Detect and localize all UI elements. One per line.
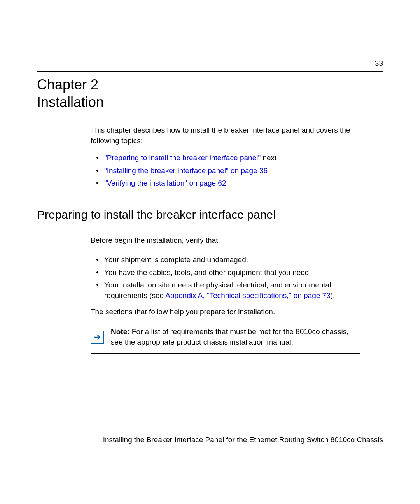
note-text: Note: For a list of requirements that mu… (111, 327, 360, 347)
note-block: ➔ Note: For a list of requirements that … (91, 327, 360, 347)
list-item-text: Your shipment is complete and undamaged. (104, 255, 360, 265)
list-item: • You have the cables, tools, and other … (91, 268, 360, 278)
header-rule (37, 71, 383, 72)
bullet-icon: • (91, 268, 104, 278)
bullet-icon: • (91, 166, 104, 176)
bullet-icon: • (91, 255, 104, 265)
list-item: • Your shipment is complete and undamage… (91, 255, 360, 265)
bullet-icon: • (91, 178, 104, 189)
bullet-icon: • (91, 153, 104, 163)
post-list-paragraph: The sections that follow help you prepar… (91, 308, 275, 316)
list-item-text: Your installation site meets the physica… (104, 280, 360, 301)
topic-link[interactable]: "Preparing to install the breaker interf… (104, 154, 261, 162)
topic-suffix: next (261, 154, 276, 162)
note-rule-top (91, 322, 360, 322)
list-item: • "Verifying the installation" on page 6… (91, 178, 360, 189)
section-intro: Before begin the installation, verify th… (91, 236, 220, 245)
page-number: 33 (375, 59, 383, 68)
chapter-heading: Chapter 2 Installation (37, 76, 104, 111)
list-item-suffix: ). (331, 291, 335, 299)
arrow-right-icon: ➔ (91, 331, 104, 344)
section-heading: Preparing to install the breaker interfa… (37, 208, 276, 221)
footer-rule (37, 432, 383, 432)
note-icon-wrap: ➔ (91, 331, 111, 344)
note-body: For a list of requirements that must be … (111, 327, 348, 346)
chapter-label: Chapter 2 (37, 77, 98, 93)
footer-text: Installing the Breaker Interface Panel f… (37, 436, 383, 444)
check-list: • Your shipment is complete and undamage… (91, 255, 360, 303)
note-label: Note: (111, 327, 130, 336)
topics-list: • "Preparing to install the breaker inte… (91, 153, 360, 191)
list-item-text: "Preparing to install the breaker interf… (104, 153, 276, 163)
document-page: 33 Chapter 2 Installation This chapter d… (0, 0, 420, 504)
list-item: • Your installation site meets the physi… (91, 280, 360, 301)
list-item: • "Preparing to install the breaker inte… (91, 153, 360, 163)
list-item-text: You have the cables, tools, and other eq… (104, 268, 360, 278)
topic-link[interactable]: "Verifying the installation" on page 62 (104, 178, 226, 189)
bullet-icon: • (91, 280, 104, 290)
appendix-link[interactable]: Appendix A, "Technical specifications," … (165, 291, 330, 299)
note-rule-bottom (91, 353, 360, 354)
intro-paragraph: This chapter describes how to install th… (91, 125, 360, 146)
chapter-title: Installation (37, 94, 104, 110)
list-item: • "Installing the breaker interface pane… (91, 166, 360, 176)
topic-link[interactable]: "Installing the breaker interface panel"… (104, 166, 268, 176)
